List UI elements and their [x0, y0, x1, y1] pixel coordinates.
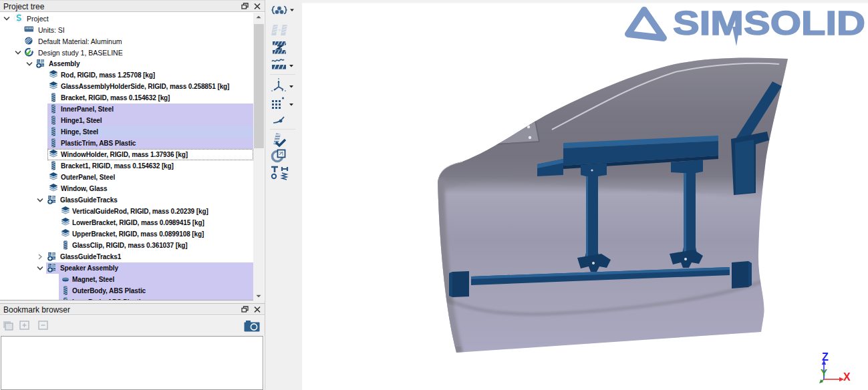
svg-text:Y: Y	[821, 367, 827, 378]
svg-text:SIMSOLID: SIMSOLID	[673, 5, 865, 42]
svg-text:Z: Z	[822, 351, 829, 363]
svg-text:X: X	[843, 371, 851, 383]
